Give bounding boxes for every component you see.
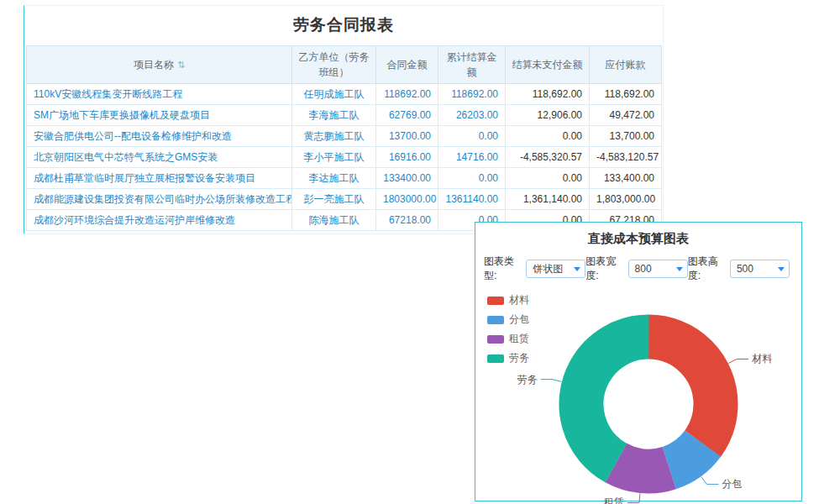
col-header-payable: 应付账款 [590, 46, 662, 84]
legend-label: 租赁 [509, 332, 529, 346]
chart-width-select[interactable]: 800 [628, 260, 688, 278]
unit-cell[interactable]: 彭一亮施工队 [292, 189, 376, 210]
unit-cell[interactable]: 李达施工队 [292, 168, 376, 189]
legend-item[interactable]: 分包 [487, 312, 529, 327]
chart-legend: 材料分包租赁劳务 [487, 293, 529, 370]
legend-item[interactable]: 劳务 [487, 351, 529, 365]
contract-amount-cell: 13700.00 [376, 126, 438, 147]
project-name-cell[interactable]: 成都杜甫草堂临时展厅独立展柜报警设备安装项目 [27, 168, 292, 189]
contract-amount-cell: 133400.00 [376, 168, 438, 189]
slice-label: 租赁 [603, 496, 624, 504]
col-header-contract-amount: 合同金额 [376, 46, 438, 84]
table-row: 北京朝阳区电气中芯特气系统之GMS安装李小平施工队16916.0014716.0… [27, 147, 662, 168]
contract-amount-cell: 1803000.00 [376, 189, 438, 210]
legend-label: 材料 [509, 293, 529, 307]
sort-icon[interactable]: ⇅ [177, 60, 185, 70]
legend-item[interactable]: 材料 [487, 293, 529, 307]
table-row: SM广场地下车库更换摄像机及硬盘项目李海施工队62769.0026203.001… [27, 105, 662, 126]
unit-cell[interactable]: 李海施工队 [292, 105, 376, 126]
label-leader-line [627, 494, 640, 503]
project-name-cell[interactable]: SM广场地下车库更换摄像机及硬盘项目 [27, 105, 292, 126]
settled-amount-cell: 14716.00 [438, 147, 506, 168]
payable-cell: 13,700.00 [590, 126, 662, 147]
unit-cell[interactable]: 陈海施工队 [292, 210, 376, 231]
chart-panel-title: 直接成本预算图表 [475, 223, 801, 247]
col-header-project[interactable]: 项目名称⇅ [27, 46, 292, 84]
chevron-down-icon [676, 267, 683, 271]
slice-label: 劳务 [517, 374, 538, 386]
payable-cell: 118,692.00 [590, 84, 662, 105]
col-header-unpaid-amount: 结算未支付金额 [506, 46, 590, 84]
chart-type-value: 饼状图 [533, 263, 563, 275]
col-header-settled-amount: 累计结算金额 [438, 46, 506, 84]
labor-contract-report-panel: 劳务合同报表 项目名称⇅ 乙方单位（劳务班组） 合同金额 累计结算金额 结算未支… [24, 5, 664, 234]
legend-swatch [487, 316, 504, 324]
payable-cell: 1,803,000.00 [590, 189, 662, 210]
labor-contract-table: 项目名称⇅ 乙方单位（劳务班组） 合同金额 累计结算金额 结算未支付金额 应付账… [26, 45, 662, 231]
project-name-cell[interactable]: 成都沙河环境综合提升改造运河护岸维修改造 [27, 210, 292, 231]
legend-swatch [487, 335, 504, 344]
contract-amount-cell: 67218.00 [376, 210, 438, 231]
legend-swatch [487, 297, 504, 305]
chart-height-select[interactable]: 500 [730, 260, 790, 278]
contract-amount-cell: 118692.00 [376, 84, 438, 105]
payable-cell: 133,400.00 [590, 168, 662, 189]
report-table-body: 110kV安徽线程集变开断线路工程任明成施工队118692.00118692.0… [27, 84, 662, 231]
legend-item[interactable]: 租赁 [487, 332, 529, 346]
legend-swatch [487, 354, 504, 363]
settled-amount-cell: 0.00 [438, 168, 506, 189]
unit-cell[interactable]: 任明成施工队 [292, 84, 376, 105]
unpaid-amount-cell: 12,906.00 [506, 105, 590, 126]
legend-label: 劳务 [509, 351, 529, 365]
col-header-unit: 乙方单位（劳务班组） [292, 46, 376, 84]
chart-height-control: 图表高度: 500 [688, 255, 790, 283]
chart-type-select[interactable]: 饼状图 [526, 260, 585, 278]
chart-height-label: 图表高度: [688, 255, 728, 283]
unpaid-amount-cell: 0.00 [506, 126, 590, 147]
slice-label: 分包 [722, 478, 742, 490]
chart-width-label: 图表宽度: [585, 255, 626, 283]
unpaid-amount-cell: -4,585,320.57 [506, 147, 590, 168]
col-header-project-label: 项目名称 [134, 59, 174, 71]
contract-amount-cell: 62769.00 [376, 105, 438, 126]
unit-cell[interactable]: 李小平施工队 [292, 147, 376, 168]
label-leader-line [728, 359, 748, 363]
project-name-cell[interactable]: 成都能源建设集团投资有限公司临时办公场所装修改造工程EPC [27, 189, 292, 210]
slice-label: 材料 [751, 353, 772, 365]
unpaid-amount-cell: 1,361,140.00 [506, 189, 590, 210]
project-name-cell[interactable]: 110kV安徽线程集变开断线路工程 [27, 84, 292, 105]
settled-amount-cell: 26203.00 [438, 105, 506, 126]
chart-height-value: 500 [737, 263, 753, 275]
table-row: 成都杜甫草堂临时展厅独立展柜报警设备安装项目李达施工队133400.000.00… [27, 168, 662, 189]
payable-cell: 49,472.00 [590, 105, 662, 126]
unit-cell[interactable]: 黄志鹏施工队 [292, 126, 376, 147]
chart-type-label: 图表类型: [484, 255, 524, 283]
table-row: 安徽合肥供电公司--配电设备检修维护和改造黄志鹏施工队13700.000.000… [27, 126, 662, 147]
chart-type-control: 图表类型: 饼状图 [484, 255, 585, 283]
settled-amount-cell: 0.00 [438, 126, 506, 147]
contract-amount-cell: 16916.00 [376, 147, 438, 168]
chart-width-value: 800 [635, 263, 652, 275]
project-name-cell[interactable]: 安徽合肥供电公司--配电设备检修维护和改造 [27, 126, 292, 147]
chart-width-control: 图表宽度: 800 [585, 255, 687, 283]
chevron-down-icon [778, 267, 785, 271]
table-header-row: 项目名称⇅ 乙方单位（劳务班组） 合同金额 累计结算金额 结算未支付金额 应付账… [27, 46, 662, 84]
label-leader-line [701, 477, 718, 485]
payable-cell: -4,583,120.57 [590, 147, 662, 168]
chart-area: 材料分包租赁劳务 材料分包租赁劳务 [475, 288, 801, 504]
chevron-down-icon [574, 267, 580, 271]
unpaid-amount-cell: 0.00 [506, 168, 590, 189]
table-row: 成都能源建设集团投资有限公司临时办公场所装修改造工程EPC彭一亮施工队18030… [27, 189, 662, 210]
settled-amount-cell: 1361140.00 [438, 189, 506, 210]
label-leader-line [541, 380, 562, 382]
project-name-cell[interactable]: 北京朝阳区电气中芯特气系统之GMS安装 [27, 147, 292, 168]
cost-budget-chart-panel: 直接成本预算图表 图表类型: 饼状图 图表宽度: 800 图表高度: 500 材… [475, 222, 802, 501]
unpaid-amount-cell: 118,692.00 [506, 84, 590, 105]
legend-label: 分包 [509, 312, 529, 327]
chart-controls: 图表类型: 饼状图 图表宽度: 800 图表高度: 500 [475, 247, 801, 288]
settled-amount-cell: 118692.00 [438, 84, 506, 105]
table-row: 110kV安徽线程集变开断线路工程任明成施工队118692.00118692.0… [27, 84, 662, 105]
donut-chart[interactable]: 材料分包租赁劳务 [497, 288, 800, 504]
page-title: 劳务合同报表 [24, 6, 663, 45]
